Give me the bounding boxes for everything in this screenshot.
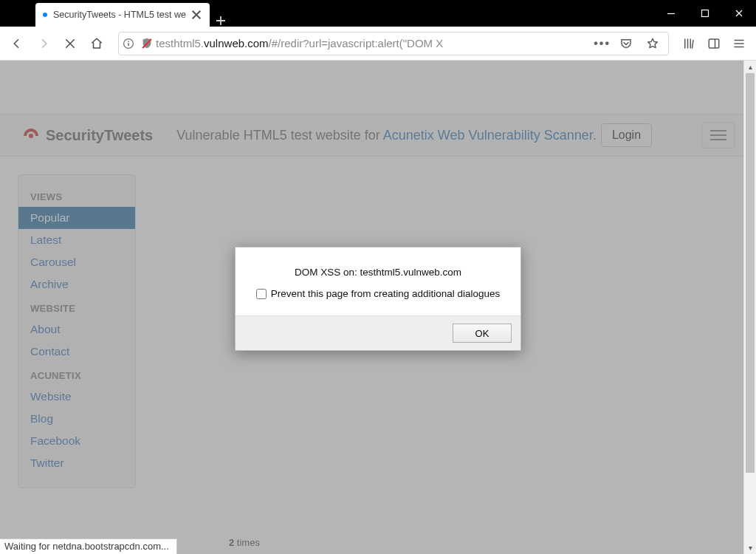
status-bar: Waiting for netdna.bootstrapcdn.com... (0, 538, 177, 554)
scroll-down-arrow[interactable]: ▾ (744, 541, 756, 554)
browser-tab[interactable]: SecurityTweets - HTML5 test we (35, 3, 210, 27)
prevent-dialogs-row[interactable]: Prevent this page from creating addition… (252, 288, 504, 299)
prevent-dialogs-label: Prevent this page from creating addition… (271, 288, 501, 299)
window-minimize-button[interactable] (654, 0, 688, 27)
svg-rect-4 (709, 39, 719, 48)
window-controls (654, 0, 756, 27)
address-bar-actions: ••• (594, 33, 668, 55)
tab-loading-indicator (43, 13, 47, 17)
forward-button[interactable] (31, 31, 56, 56)
back-button[interactable] (4, 31, 30, 56)
bookmark-star-icon[interactable] (642, 33, 664, 55)
alert-message: DOM XSS on: testhtml5.vulnweb.com (252, 267, 504, 278)
tab-strip: SecurityTweets - HTML5 test we (0, 0, 654, 27)
stop-button[interactable] (58, 31, 83, 56)
svg-rect-3 (128, 41, 129, 42)
prevent-dialogs-checkbox[interactable] (256, 289, 267, 299)
vertical-scrollbar[interactable]: ▴ ▾ (743, 61, 756, 554)
javascript-alert-dialog: DOM XSS on: testhtml5.vulnweb.com Preven… (235, 247, 521, 351)
svg-rect-0 (702, 10, 709, 17)
app-menu-icon[interactable] (728, 33, 750, 55)
page-actions-button[interactable]: ••• (594, 37, 611, 50)
window-close-button[interactable] (722, 0, 756, 27)
url-pre: testhtml5. (156, 37, 204, 49)
url-post: /#/redir?url=javascript:alert("DOM X (269, 37, 444, 49)
sidebar-toggle-icon[interactable] (703, 33, 725, 55)
address-bar[interactable]: testhtml5.vulnweb.com/#/redir?url=javasc… (118, 32, 669, 55)
home-button[interactable] (84, 31, 109, 56)
toolbar-right (678, 33, 752, 55)
scroll-thumb[interactable] (746, 73, 755, 473)
window-titlebar: SecurityTweets - HTML5 test we (0, 0, 756, 27)
url-text[interactable]: testhtml5.vulnweb.com/#/redir?url=javasc… (156, 37, 594, 49)
tracking-protection-icon[interactable] (138, 37, 156, 50)
library-icon[interactable] (678, 33, 700, 55)
alert-ok-button[interactable]: OK (453, 324, 512, 343)
scroll-up-arrow[interactable]: ▴ (744, 61, 756, 73)
browser-toolbar: testhtml5.vulnweb.com/#/redir?url=javasc… (0, 27, 756, 61)
viewport: SecurityTweets Vulnerable HTML5 test web… (0, 61, 756, 554)
window-maximize-button[interactable] (688, 0, 722, 27)
tab-close-button[interactable] (190, 9, 202, 21)
url-host: vulnweb.com (204, 37, 269, 49)
tab-title: SecurityTweets - HTML5 test we (53, 10, 186, 20)
site-info-icon[interactable] (119, 38, 138, 49)
svg-rect-2 (128, 43, 129, 46)
pocket-icon[interactable] (615, 33, 637, 55)
new-tab-button[interactable] (210, 15, 232, 27)
